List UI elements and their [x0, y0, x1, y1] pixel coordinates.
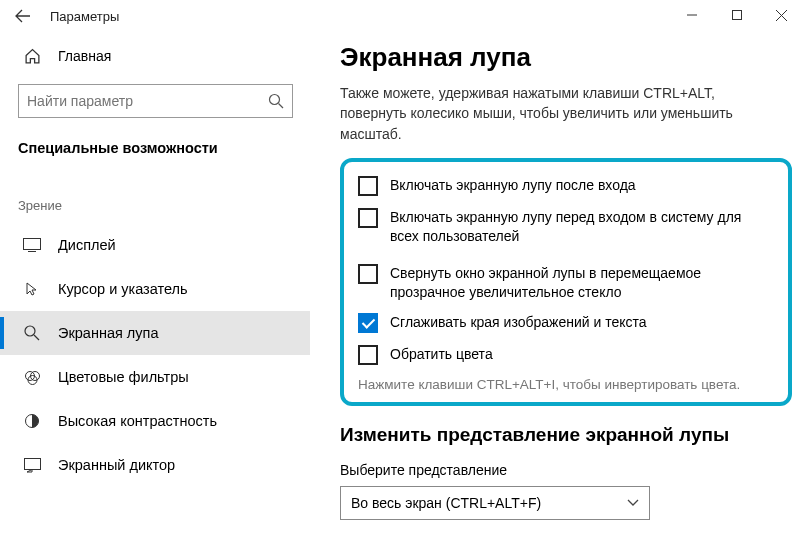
svg-point-4	[270, 95, 280, 105]
checkbox-label: Включать экранную лупу после входа	[390, 176, 636, 195]
sidebar-item-narrator[interactable]: Экранный диктор	[18, 443, 298, 487]
svg-line-5	[279, 104, 284, 109]
arrow-left-icon	[15, 8, 31, 24]
page-title: Экранная лупа	[340, 42, 792, 73]
checkbox-label: Сглаживать края изображений и текста	[390, 313, 647, 332]
home-label: Главная	[58, 48, 111, 64]
svg-line-9	[34, 335, 39, 340]
checkbox-row[interactable]: Обратить цвета	[358, 345, 774, 365]
page-subtitle: Также можете, удерживая нажатыми клавиши…	[340, 83, 760, 144]
svg-rect-1	[732, 11, 741, 20]
sidebar-category: Специальные возможности	[18, 140, 298, 156]
sidebar-item-label: Высокая контрастность	[58, 413, 217, 429]
search-input[interactable]	[18, 84, 293, 118]
minimize-icon	[687, 10, 697, 20]
checkbox-label: Свернуть окно экранной лупы в перемещаем…	[390, 264, 774, 302]
home-nav[interactable]: Главная	[18, 38, 298, 74]
sidebar-item-magnifier[interactable]: Экранная лупа	[0, 311, 310, 355]
invert-hint: Нажмите клавиши CTRL+ALT+I, чтобы инверт…	[358, 377, 774, 392]
sidebar-item-color-filters[interactable]: Цветовые фильтры	[18, 355, 298, 399]
titlebar: Параметры	[0, 0, 804, 32]
sidebar-item-label: Дисплей	[58, 237, 116, 253]
color-filter-icon	[22, 369, 42, 386]
options-highlight-box: Включать экранную лупу после входа Включ…	[340, 158, 792, 407]
checkbox-start-after-signin[interactable]	[358, 176, 378, 196]
home-icon	[22, 48, 42, 65]
sidebar-group-label: Зрение	[18, 198, 298, 213]
checkbox-row[interactable]: Включать экранную лупу после входа	[358, 176, 774, 196]
sidebar-item-label: Цветовые фильтры	[58, 369, 189, 385]
sidebar-item-high-contrast[interactable]: Высокая контрастность	[18, 399, 298, 443]
checkbox-start-before-signin[interactable]	[358, 208, 378, 228]
sidebar: Главная Специальные возможности Зрение Д…	[0, 32, 310, 552]
contrast-icon	[22, 413, 42, 429]
content-area: Экранная лупа Также можете, удерживая на…	[310, 32, 804, 552]
search-field[interactable]	[27, 93, 268, 109]
display-icon	[22, 238, 42, 252]
window-controls	[669, 0, 804, 30]
view-section-heading: Изменить представление экранной лупы	[340, 424, 792, 446]
dropdown-value: Во весь экран (CTRL+ALT+F)	[351, 495, 541, 511]
checkbox-row[interactable]: Включать экранную лупу перед входом в си…	[358, 208, 774, 246]
checkbox-invert-colors[interactable]	[358, 345, 378, 365]
close-icon	[776, 10, 787, 21]
checkbox-smooth-edges[interactable]	[358, 313, 378, 333]
view-dropdown[interactable]: Во весь экран (CTRL+ALT+F)	[340, 486, 650, 520]
svg-rect-14	[24, 458, 40, 469]
sidebar-item-cursor[interactable]: Курсор и указатель	[18, 267, 298, 311]
checkbox-label: Включать экранную лупу перед входом в си…	[390, 208, 774, 246]
magnifier-icon	[22, 325, 42, 341]
view-field-label: Выберите представление	[340, 462, 792, 478]
maximize-button[interactable]	[714, 0, 759, 30]
maximize-icon	[732, 10, 742, 20]
svg-point-8	[25, 326, 35, 336]
sidebar-item-label: Экранная лупа	[58, 325, 158, 341]
sidebar-item-label: Курсор и указатель	[58, 281, 188, 297]
minimize-button[interactable]	[669, 0, 714, 30]
cursor-icon	[22, 281, 42, 297]
svg-rect-6	[24, 239, 41, 250]
sidebar-item-label: Экранный диктор	[58, 457, 175, 473]
checkbox-row[interactable]: Свернуть окно экранной лупы в перемещаем…	[358, 264, 774, 302]
window-title: Параметры	[50, 9, 119, 24]
checkbox-label: Обратить цвета	[390, 345, 493, 364]
checkbox-row[interactable]: Сглаживать края изображений и текста	[358, 313, 774, 333]
checkbox-collapse-to-glass[interactable]	[358, 264, 378, 284]
sidebar-item-display[interactable]: Дисплей	[18, 223, 298, 267]
narrator-icon	[22, 458, 42, 473]
back-button[interactable]	[10, 3, 36, 29]
search-icon	[268, 93, 284, 109]
chevron-down-icon	[627, 499, 639, 507]
close-button[interactable]	[759, 0, 804, 30]
